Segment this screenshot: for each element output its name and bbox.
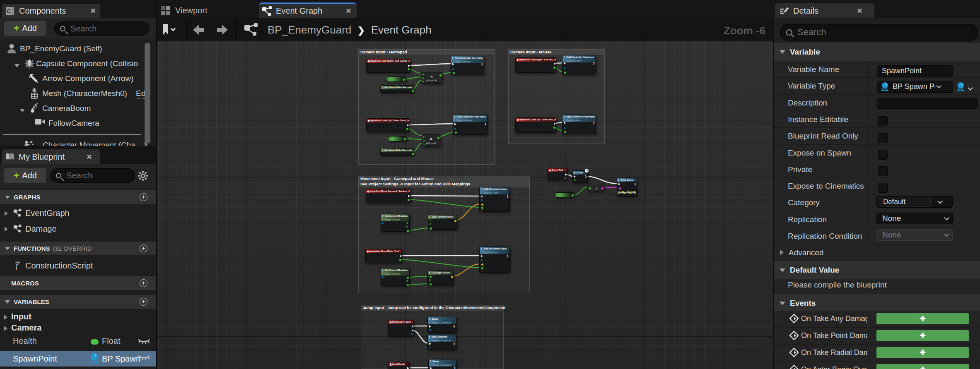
svg-text:C: C (7, 8, 11, 14)
